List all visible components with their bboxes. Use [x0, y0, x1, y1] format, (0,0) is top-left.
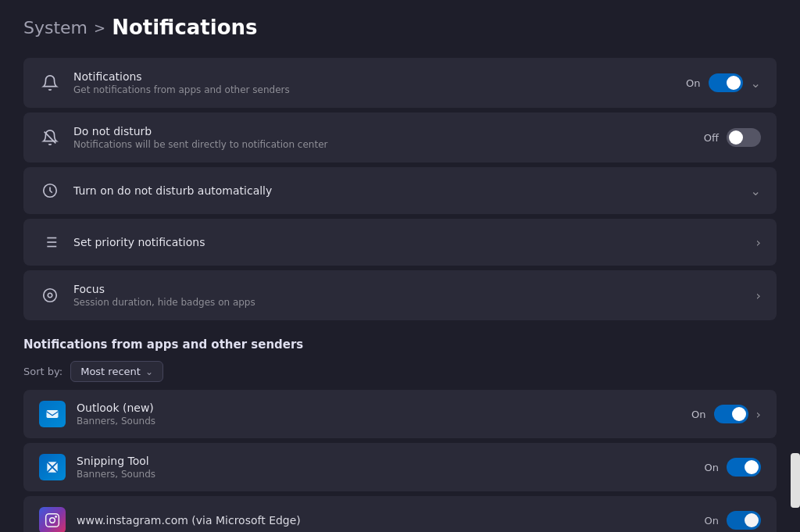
focus-content: Focus Session duration, hide badges on a…: [73, 283, 744, 308]
settings-page: System > Notifications Notifications Get…: [0, 0, 800, 532]
dnd-icon: [39, 127, 61, 148]
focus-card[interactable]: Focus Session duration, hide badges on a…: [23, 270, 777, 320]
priority-icon: [39, 231, 61, 253]
dnd-content: Do not disturb Notifications will be sen…: [73, 125, 691, 150]
focus-right: ›: [756, 288, 761, 303]
outlook-name: Outlook (new): [77, 402, 680, 414]
dnd-toggle[interactable]: [727, 128, 761, 147]
sort-dropdown-value: Most recent: [80, 366, 141, 377]
svg-rect-12: [46, 514, 59, 527]
notifications-toggle-knob: [727, 76, 741, 90]
outlook-toggle-label: On: [691, 409, 705, 420]
notifications-content: Notifications Get notifications from app…: [73, 70, 673, 95]
outlook-subtitle: Banners, Sounds: [77, 416, 680, 427]
snipping-name: Snipping Tool: [77, 455, 694, 467]
priority-card[interactable]: Set priority notifications ›: [23, 219, 777, 266]
instagram-name: www.instagram.com (via Microsoft Edge): [77, 514, 694, 527]
priority-chevron-right-icon: ›: [756, 235, 761, 250]
auto-dnd-title: Turn on do not disturb automatically: [73, 184, 738, 197]
app-row-instagram[interactable]: www.instagram.com (via Microsoft Edge) O…: [23, 496, 777, 532]
auto-dnd-content: Turn on do not disturb automatically: [73, 184, 738, 197]
bell-icon: [39, 72, 61, 94]
instagram-app-icon: [39, 507, 66, 532]
priority-content: Set priority notifications: [73, 236, 744, 248]
notifications-toggle[interactable]: [709, 73, 743, 92]
dnd-toggle-knob: [729, 130, 743, 145]
apps-section-heading: Notifications from apps and other sender…: [23, 337, 777, 352]
sort-dropdown-chevron-icon: ⌄: [145, 366, 153, 377]
priority-right: ›: [756, 235, 761, 250]
app-row-outlook[interactable]: Outlook (new) Banners, Sounds On ›: [23, 390, 777, 438]
svg-rect-10: [47, 410, 59, 418]
focus-subtitle: Session duration, hide badges on apps: [73, 297, 744, 308]
focus-title: Focus: [73, 283, 744, 295]
outlook-right: On ›: [691, 405, 761, 423]
svg-point-14: [55, 516, 56, 517]
snipping-toggle-knob: [745, 460, 759, 474]
priority-title: Set priority notifications: [73, 236, 744, 248]
notifications-title: Notifications: [73, 70, 673, 83]
svg-point-13: [50, 518, 55, 523]
notifications-toggle-label: On: [686, 77, 700, 89]
dnd-title: Do not disturb: [73, 125, 691, 137]
dnd-subtitle: Notifications will be sent directly to n…: [73, 139, 691, 150]
notifications-subtitle: Get notifications from apps and other se…: [73, 84, 673, 95]
auto-dnd-right: ⌄: [751, 184, 761, 198]
snipping-content: Snipping Tool Banners, Sounds: [77, 455, 694, 480]
auto-dnd-card[interactable]: Turn on do not disturb automatically ⌄: [23, 167, 777, 214]
auto-dnd-chevron-down-icon: ⌄: [751, 184, 761, 198]
breadcrumb: System > Notifications: [23, 16, 777, 39]
sort-row: Sort by: Most recent ⌄: [23, 361, 777, 382]
dnd-card[interactable]: Do not disturb Notifications will be sen…: [23, 112, 777, 162]
app-row-snipping[interactable]: Snipping Tool Banners, Sounds On: [23, 443, 777, 491]
snipping-app-icon: [39, 454, 66, 480]
outlook-chevron-right-icon: ›: [756, 407, 761, 422]
instagram-toggle-label: On: [705, 515, 719, 527]
focus-chevron-right-icon: ›: [756, 288, 761, 303]
breadcrumb-system[interactable]: System: [23, 18, 88, 37]
outlook-content: Outlook (new) Banners, Sounds: [77, 402, 680, 427]
instagram-toggle-knob: [745, 513, 759, 527]
dnd-right: Off: [704, 128, 761, 147]
breadcrumb-current: Notifications: [112, 16, 257, 39]
sort-dropdown[interactable]: Most recent ⌄: [70, 361, 163, 382]
outlook-app-icon: [39, 401, 66, 427]
snipping-subtitle: Banners, Sounds: [77, 469, 694, 480]
svg-point-9: [44, 289, 57, 302]
notifications-right: On ⌄: [686, 73, 761, 92]
breadcrumb-separator: >: [94, 20, 105, 36]
sort-label: Sort by:: [23, 366, 62, 377]
scrollbar[interactable]: [791, 453, 800, 508]
snipping-right: On: [705, 458, 761, 477]
svg-point-8: [48, 293, 52, 298]
notifications-chevron-down-icon: ⌄: [751, 76, 761, 91]
snipping-toggle[interactable]: [727, 458, 761, 477]
outlook-toggle[interactable]: [714, 405, 748, 423]
snipping-toggle-label: On: [705, 462, 719, 473]
instagram-right: On: [705, 511, 761, 530]
focus-icon: [39, 284, 61, 306]
dnd-toggle-label: Off: [704, 132, 719, 144]
clock-dnd-icon: [39, 180, 61, 202]
instagram-content: www.instagram.com (via Microsoft Edge): [77, 514, 694, 527]
outlook-toggle-knob: [732, 407, 746, 421]
notifications-card[interactable]: Notifications Get notifications from app…: [23, 58, 777, 108]
instagram-toggle[interactable]: [727, 511, 761, 530]
